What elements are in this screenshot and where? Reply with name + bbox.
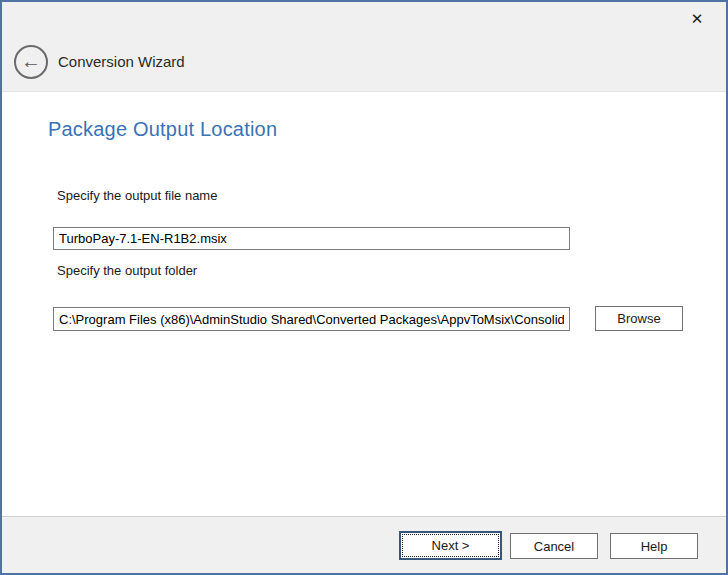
close-icon: ✕ [691,11,704,26]
output-folder-input[interactable] [53,307,570,331]
close-button[interactable]: ✕ [686,7,708,29]
next-button[interactable]: Next > [399,531,502,560]
conversion-wizard-window: ← Conversion Wizard ✕ Package Output Loc… [0,0,728,575]
wizard-title: Conversion Wizard [58,53,185,71]
cancel-button[interactable]: Cancel [510,533,598,559]
back-button[interactable]: ← [14,45,48,79]
back-arrow-icon: ← [21,51,41,71]
output-file-name-input[interactable] [53,227,570,250]
help-button[interactable]: Help [610,533,698,559]
wizard-header: ← Conversion Wizard ✕ [2,2,726,92]
browse-button[interactable]: Browse [595,306,683,331]
output-file-name-label: Specify the output file name [57,188,217,203]
output-folder-label: Specify the output folder [57,263,197,278]
page-title: Package Output Location [48,118,277,141]
